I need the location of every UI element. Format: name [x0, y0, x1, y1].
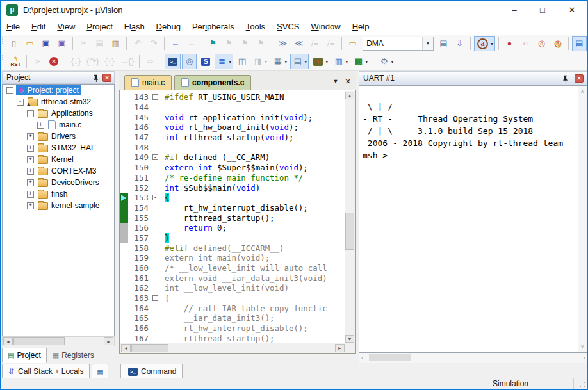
tree-item-label-wrap[interactable]: CORTEX-M3: [37, 166, 98, 176]
menu-item-debug[interactable]: Debug: [151, 20, 186, 31]
next-bookmark-button[interactable]: ⚑: [222, 36, 236, 51]
editor-tab-main-c[interactable]: main.c: [124, 75, 172, 90]
code-line-156[interactable]: 156 return 0;: [120, 223, 345, 233]
comment-button[interactable]: /≡: [307, 36, 322, 51]
tree-item-label-wrap[interactable]: kernel-sample: [37, 200, 101, 211]
code-line-165[interactable]: 165 __iar_data_init3();: [120, 313, 345, 323]
find-in-files-button[interactable]: ▭: [345, 36, 360, 51]
code-margin[interactable]: [120, 112, 128, 122]
debug-restore-views-button[interactable]: ◫: [234, 54, 249, 69]
scroll-left-icon[interactable]: ◄: [3, 337, 13, 345]
prev-bookmark-button[interactable]: ⚑: [238, 36, 252, 51]
menu-item-window[interactable]: Window: [305, 20, 346, 31]
tab-project[interactable]: ▤Project: [2, 348, 47, 363]
menu-item-file[interactable]: File: [1, 20, 26, 31]
navigate-back-button[interactable]: ←: [168, 36, 183, 51]
open-file-button[interactable]: ▭: [22, 36, 37, 51]
expander-devicedrivers[interactable]: +: [27, 179, 34, 186]
editor-vscrollbar[interactable]: ▲ ▼: [345, 91, 355, 343]
outdent-button[interactable]: ≪: [291, 36, 306, 51]
fold-collapse-icon[interactable]: -: [152, 154, 158, 160]
cut-button[interactable]: ✂: [76, 36, 91, 51]
uart-terminal[interactable]: \ | /- RT - Thread Operating System / | …: [359, 85, 588, 353]
scroll-thumb[interactable]: [369, 354, 411, 361]
fold-margin[interactable]: -: [152, 293, 161, 304]
code-line-150[interactable]: 150extern int $Super$$main(void);: [120, 163, 345, 173]
fold-margin[interactable]: [152, 263, 161, 273]
code-line-147[interactable]: 147int rtthread_startup(void);: [120, 133, 345, 143]
uart-vscrollbar[interactable]: ∧ ∨: [578, 86, 587, 352]
step-out-button[interactable]: {↑}: [102, 54, 117, 69]
code-line-148[interactable]: 148: [120, 142, 345, 152]
project-tree-hscrollbar[interactable]: ◄ ►: [2, 336, 115, 346]
step-button[interactable]: {↓}: [69, 54, 83, 69]
fold-margin[interactable]: [152, 303, 161, 313]
disable-all-breakpoints-button[interactable]: ◎: [534, 36, 549, 51]
uart-panel-close-button[interactable]: ✕: [575, 74, 584, 83]
watch-windows-button[interactable]: ▤▾: [290, 54, 309, 69]
stop-button[interactable]: ✕: [46, 54, 61, 69]
navigate-forward-button[interactable]: →: [184, 36, 199, 51]
menu-item-tools[interactable]: Tools: [240, 20, 271, 31]
code-editor[interactable]: 143-#ifdef RT_USING_USER_MAIN144145void …: [119, 90, 356, 354]
expander-drivers[interactable]: +: [27, 133, 34, 140]
code-line-153[interactable]: 153-{: [120, 193, 345, 203]
enable-disable-breakpoint-button[interactable]: ○: [518, 36, 533, 51]
code-line-157[interactable]: 157}: [120, 233, 345, 243]
uart-hscrollbar[interactable]: ‹ ›: [359, 353, 588, 363]
code-margin[interactable]: [120, 203, 128, 213]
code-margin[interactable]: [120, 293, 128, 304]
tree-item-stm32-hal[interactable]: +STM32_HAL: [3, 142, 114, 154]
toggle-bookmark-button[interactable]: ⚑: [206, 36, 220, 51]
save-button[interactable]: ▣: [38, 36, 53, 51]
tree-item-main-c[interactable]: +main.c: [3, 119, 114, 131]
fold-margin[interactable]: [152, 223, 161, 233]
expander-finsh[interactable]: +: [27, 191, 34, 198]
start-stop-debug-button[interactable]: d▾: [474, 36, 495, 51]
code-margin[interactable]: [120, 323, 128, 334]
code-line-154[interactable]: 154 rt_hw_interrupt_disable();: [120, 203, 345, 213]
tab-memory[interactable]: ▦: [92, 364, 108, 379]
trace-windows-button[interactable]: ◨▾: [250, 54, 269, 69]
expander-kernel-sample[interactable]: +: [27, 202, 34, 209]
close-window-button[interactable]: ✕: [558, 1, 586, 19]
tree-item-rtthread-stm32[interactable]: -rtthread-stm32: [3, 96, 114, 108]
expander-project-project[interactable]: -: [6, 87, 13, 94]
new-file-button[interactable]: ▯: [6, 36, 21, 51]
tree-item-label-wrap[interactable]: Drivers: [37, 131, 78, 142]
tree-item-label-wrap[interactable]: Kernel: [37, 154, 76, 165]
code-margin[interactable]: [120, 303, 128, 313]
expander-applications[interactable]: -: [27, 110, 34, 117]
find-button[interactable]: ▤: [436, 36, 451, 51]
run-button[interactable]: ⊳: [30, 54, 45, 69]
code-margin[interactable]: [120, 253, 128, 263]
project-panel-close-button[interactable]: ✕: [102, 74, 111, 82]
code-line-163[interactable]: 163-{: [120, 293, 345, 304]
scroll-up-icon[interactable]: ∧: [578, 88, 587, 95]
scroll-thumb[interactable]: [13, 337, 65, 345]
expander-cortex-m3[interactable]: +: [27, 168, 34, 175]
fold-margin[interactable]: [152, 313, 161, 323]
project-window-toggle-button[interactable]: ▤: [572, 36, 587, 51]
expander-kernel[interactable]: +: [27, 156, 34, 163]
fold-collapse-icon[interactable]: -: [152, 94, 158, 100]
indent-button[interactable]: ≫: [275, 36, 290, 51]
pin-icon[interactable]: [92, 74, 100, 82]
tree-item-label-wrap[interactable]: ❖Project: project: [16, 85, 81, 95]
code-line-155[interactable]: 155 rtthread_startup();: [120, 213, 345, 223]
tree-item-label-wrap[interactable]: main.c: [47, 120, 83, 130]
code-line-144[interactable]: 144: [120, 102, 345, 113]
tree-item-applications[interactable]: -Applications: [3, 108, 114, 119]
fold-margin[interactable]: [152, 122, 161, 133]
fold-collapse-icon[interactable]: -: [152, 195, 158, 200]
scroll-right-icon[interactable]: ►: [104, 337, 113, 345]
code-line-160[interactable]: 160/* __low_level_init will auto call: [120, 263, 345, 273]
fold-margin[interactable]: [152, 243, 161, 253]
paste-button[interactable]: ▥: [108, 36, 123, 51]
tools-button[interactable]: ⚙▾: [377, 54, 395, 69]
code-line-145[interactable]: 145void rt_application_init(void);: [120, 112, 345, 122]
disassembly-window-button[interactable]: ◎: [182, 54, 197, 69]
code-margin[interactable]: [120, 283, 128, 293]
tree-item-label-wrap[interactable]: rtthread-stm32: [26, 97, 93, 107]
fold-margin[interactable]: [152, 273, 161, 283]
